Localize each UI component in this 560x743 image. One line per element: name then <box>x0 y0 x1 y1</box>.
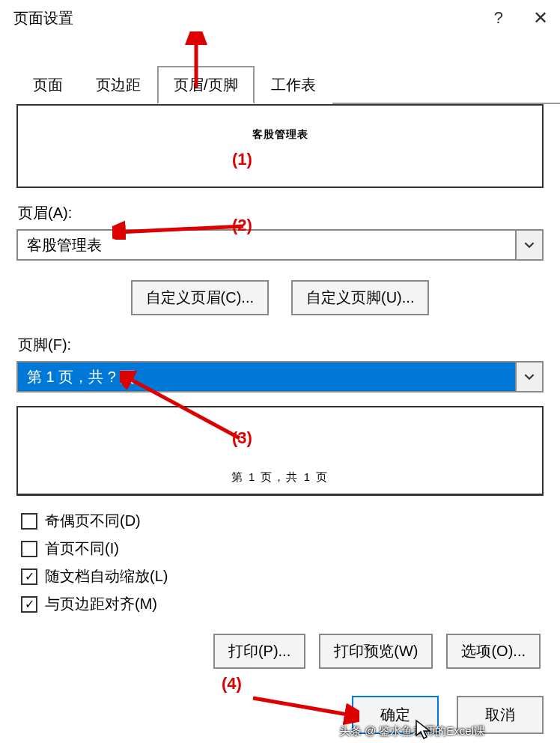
footer-label: 页脚(F): <box>18 335 544 355</box>
help-icon[interactable]: ? <box>494 8 503 28</box>
annotation-4: (4) <box>222 674 242 694</box>
checkbox-icon[interactable] <box>21 596 37 613</box>
tab-sheet[interactable]: 工作表 <box>255 66 332 104</box>
print-preview-button[interactable]: 打印预览(W) <box>319 634 433 669</box>
checkbox-group: 奇偶页不同(D) 首页不同(I) 随文档自动缩放(L) 与页边距对齐(M) <box>21 511 544 614</box>
header-preview-text: 客股管理表 <box>25 128 535 142</box>
options-button[interactable]: 选项(O)... <box>446 634 541 669</box>
check-odd-even[interactable]: 奇偶页不同(D) <box>21 511 544 531</box>
custom-footer-button[interactable]: 自定义页脚(U)... <box>291 280 429 315</box>
tab-page[interactable]: 页面 <box>16 66 79 104</box>
tab-content: 客股管理表 页眉(A): 客股管理表 自定义页眉(C)... 自定义页脚(U).… <box>0 104 560 669</box>
footer-combo[interactable]: 第 1 页，共 ? 页 <box>16 361 544 392</box>
custom-buttons: 自定义页眉(C)... 自定义页脚(U)... <box>16 280 544 315</box>
tab-margins[interactable]: 页边距 <box>79 66 157 104</box>
close-icon[interactable]: ✕ <box>533 7 548 28</box>
footer-combo-value: 第 1 页，共 ? 页 <box>18 363 515 391</box>
header-combo[interactable]: 客股管理表 <box>16 229 544 261</box>
footer-preview: 第 1 页，共 1 页 <box>16 406 544 496</box>
footer-preview-text: 第 1 页，共 1 页 <box>25 470 535 485</box>
checkbox-icon[interactable] <box>21 568 37 585</box>
header-preview: 客股管理表 <box>16 104 544 188</box>
checkbox-icon[interactable] <box>21 513 37 530</box>
header-label: 页眉(A): <box>18 203 544 223</box>
print-button[interactable]: 打印(P)... <box>213 634 305 669</box>
chevron-down-icon[interactable] <box>515 363 542 391</box>
checkbox-icon[interactable] <box>21 541 37 557</box>
check-first-page[interactable]: 首页不同(I) <box>21 539 544 559</box>
watermark-text: 头条 @ 鉴水鱼老师的Excel课 <box>339 724 485 739</box>
cursor-icon <box>415 719 433 742</box>
title-bar: 页面设置 ? ✕ <box>0 0 560 34</box>
chevron-down-icon[interactable] <box>515 231 542 259</box>
action-buttons: 打印(P)... 打印预览(W) 选项(O)... <box>16 634 541 669</box>
custom-header-button[interactable]: 自定义页眉(C)... <box>131 280 269 315</box>
check-scale-with-doc[interactable]: 随文档自动缩放(L) <box>21 566 544 586</box>
header-combo-value: 客股管理表 <box>18 231 515 259</box>
tab-header-footer[interactable]: 页眉/页脚 <box>157 66 255 104</box>
tab-bar: 页面 页边距 页眉/页脚 工作表 <box>16 64 560 104</box>
check-align-margins[interactable]: 与页边距对齐(M) <box>21 594 544 614</box>
dialog-title: 页面设置 <box>13 8 494 28</box>
